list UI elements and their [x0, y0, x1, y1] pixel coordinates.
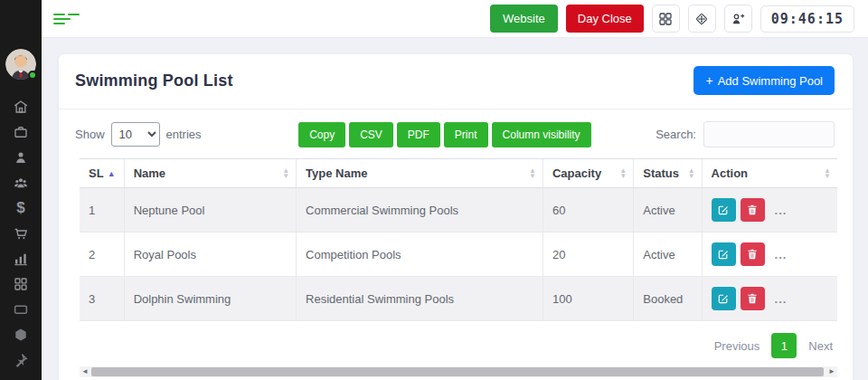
trash-icon — [746, 248, 759, 261]
delete-button[interactable] — [741, 287, 765, 310]
header-action[interactable]: Action▲▼ — [702, 159, 837, 188]
day-close-button[interactable]: Day Close — [566, 5, 644, 33]
export-buttons: Copy CSV PDF Print Column visibility — [266, 122, 590, 147]
scrollbar-thumb[interactable] — [91, 367, 824, 376]
apps-grid-button[interactable] — [652, 5, 680, 33]
user-avatar[interactable] — [5, 49, 36, 80]
website-button[interactable]: Website — [490, 5, 558, 33]
trash-icon — [746, 204, 759, 216]
next-page-button[interactable]: Next — [808, 339, 833, 353]
print-button[interactable]: Print — [444, 122, 488, 147]
cell-type: Commercial Swimming Pools — [297, 188, 543, 233]
sidebar-item-devices[interactable] — [0, 297, 42, 322]
bar-chart-icon — [13, 251, 29, 267]
sort-icons: ▲▼ — [619, 168, 627, 179]
pin-icon — [13, 352, 29, 368]
sidebar-item-reports[interactable] — [0, 246, 42, 271]
entries-label: entries — [166, 128, 202, 141]
topbar-actions: Website Day Close 09:46:15 — [490, 5, 854, 33]
trash-icon — [746, 292, 759, 305]
edit-icon — [717, 248, 730, 261]
delete-button[interactable] — [741, 242, 765, 266]
sidebar-item-finance[interactable]: $ — [0, 195, 42, 221]
sidebar-item-briefcase[interactable] — [0, 119, 42, 145]
sidebar-item-pinned[interactable] — [0, 347, 42, 373]
add-user-button[interactable] — [724, 5, 752, 33]
table-header-row: SL▲ Name▲▼ Type Name▲▼ Capacity▲▼ Status… — [80, 159, 837, 188]
dollar-icon: $ — [16, 199, 24, 217]
search-input[interactable] — [703, 121, 835, 147]
sidebar-item-modules[interactable] — [0, 271, 42, 297]
content-area: Swimming Pool List +Add Swimming Pool Sh… — [42, 38, 868, 380]
plus-icon: + — [705, 73, 712, 88]
online-status-dot — [28, 71, 37, 80]
scroll-left-arrow-icon[interactable]: ◄ — [81, 367, 89, 376]
previous-page-button[interactable]: Previous — [714, 339, 760, 353]
edit-button[interactable] — [712, 198, 736, 222]
briefcase-icon — [13, 124, 29, 140]
grid-icon — [657, 11, 674, 27]
cell-status: Active — [634, 233, 702, 277]
cart-icon — [13, 225, 29, 242]
sidebar-item-home[interactable] — [0, 94, 42, 119]
topbar: Website Day Close 09:46:15 — [42, 0, 868, 38]
menu-icon[interactable] — [53, 10, 75, 28]
user-icon — [13, 149, 29, 166]
table-row: 1 Neptune Pool Commercial Swimming Pools… — [80, 188, 837, 233]
sidebar-item-cart[interactable] — [0, 221, 42, 246]
scroll-right-arrow-icon[interactable]: ► — [828, 367, 835, 376]
tablet-icon — [13, 301, 29, 318]
header-status[interactable]: Status▲▼ — [634, 159, 702, 188]
copy-button[interactable]: Copy — [298, 122, 345, 147]
users-group-icon — [13, 175, 29, 191]
sidebar-item-user[interactable] — [0, 145, 42, 170]
more-actions[interactable]: ... — [775, 204, 788, 217]
digital-clock: 09:46:15 — [760, 5, 854, 33]
sidebar-item-users[interactable] — [0, 170, 42, 195]
table-row: 3 Dolphin Swimming Residential Swimming … — [80, 277, 837, 321]
more-actions[interactable]: ... — [775, 292, 788, 306]
header-capacity[interactable]: Capacity▲▼ — [542, 159, 633, 188]
cell-status: Active — [634, 188, 702, 233]
home-icon — [13, 99, 29, 115]
sidebar-item-packages[interactable] — [0, 322, 42, 347]
cell-capacity: 20 — [542, 233, 633, 277]
column-visibility-button[interactable]: Column visibility — [492, 122, 591, 147]
current-page-button[interactable]: 1 — [771, 333, 797, 358]
edit-icon — [717, 204, 730, 216]
navigate-button[interactable] — [688, 5, 716, 33]
pagination: Previous 1 Next — [59, 321, 853, 360]
csv-button[interactable]: CSV — [349, 122, 393, 147]
cell-status: Booked — [634, 277, 702, 321]
edit-button[interactable] — [712, 242, 736, 266]
search-label: Search: — [656, 128, 696, 141]
show-label: Show — [75, 128, 105, 141]
pdf-button[interactable]: PDF — [397, 122, 440, 147]
cell-sl: 2 — [80, 233, 124, 277]
sort-icons: ▲▼ — [688, 168, 695, 179]
compass-icon — [693, 11, 710, 27]
edit-icon — [717, 292, 730, 305]
cell-name: Royal Pools — [124, 233, 296, 277]
sidebar: $ — [0, 0, 42, 380]
sort-icons: ▲▼ — [529, 168, 536, 179]
table-wrapper: SL▲ Name▲▼ Type Name▲▼ Capacity▲▼ Status… — [59, 158, 853, 321]
main-area: Website Day Close 09:46:15 Swimming Pool… — [42, 0, 868, 380]
add-swimming-pool-button[interactable]: +Add Swimming Pool — [693, 66, 835, 95]
header-name[interactable]: Name▲▼ — [124, 159, 296, 188]
action-cell: ... — [712, 242, 828, 266]
more-actions[interactable]: ... — [775, 248, 788, 261]
header-sl[interactable]: SL▲ — [80, 159, 124, 188]
cell-name: Neptune Pool — [124, 188, 296, 233]
action-cell: ... — [712, 287, 828, 310]
header-type-name[interactable]: Type Name▲▼ — [297, 159, 543, 188]
edit-button[interactable] — [712, 287, 736, 310]
horizontal-scrollbar[interactable]: ◄ ► — [80, 366, 837, 377]
delete-button[interactable] — [741, 198, 765, 222]
cell-sl: 3 — [80, 277, 124, 321]
cell-capacity: 100 — [542, 277, 633, 321]
grid-icon — [13, 276, 29, 292]
table-controls: Show 10 entries Copy CSV PDF Print Colum… — [59, 109, 853, 158]
cell-type: Residential Swimming Pools — [297, 277, 543, 321]
page-length-select[interactable]: 10 — [111, 122, 160, 147]
